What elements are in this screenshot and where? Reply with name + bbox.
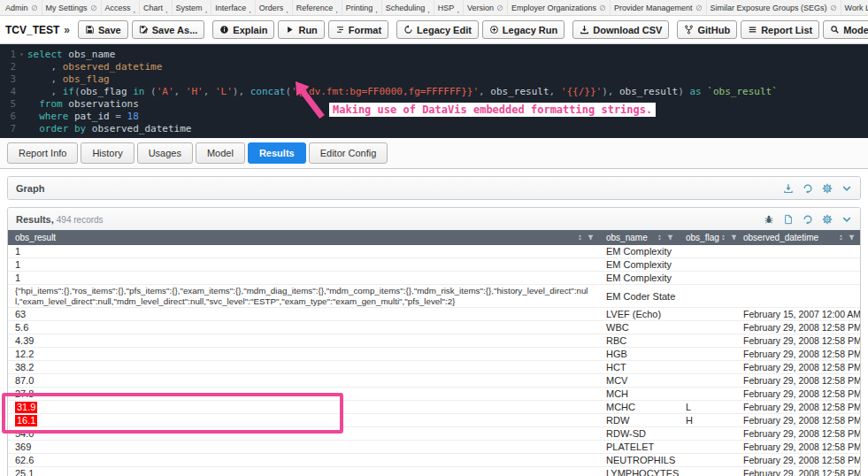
tab-usages[interactable]: Usages: [137, 142, 193, 164]
flagged-value: 16.1: [15, 415, 37, 426]
nav-item-label: HSP: [438, 4, 455, 12]
nav-item-my-settings[interactable]: My Settings: [42, 0, 102, 15]
save-button[interactable]: Save: [78, 20, 128, 39]
refresh-icon[interactable]: [803, 183, 813, 194]
tab-editor-config[interactable]: Editor Config: [309, 142, 388, 164]
table-row[interactable]: 1EM Complexity: [8, 245, 860, 258]
filter-icon[interactable]: [666, 234, 674, 242]
sort-icon[interactable]: [656, 234, 664, 242]
column-header-obs_flag[interactable]: obs_flag: [679, 230, 736, 245]
nav-item-similar-exposure-groups-segs[interactable]: Similar Exposure Groups (SEGs): [707, 0, 841, 15]
table-row[interactable]: 12.2HGBFebruary 29, 2008 12:58 PM: [8, 348, 860, 361]
table-row[interactable]: 5.6WBCFebruary 29, 2008 12:58 PM: [8, 321, 860, 334]
cell-obs-flag: [679, 285, 736, 307]
comma-mark: ,: [457, 7, 459, 15]
code-text: order by observed_datetime: [27, 123, 191, 135]
cell-obs-name: LYMPHOCYTES: [599, 467, 679, 476]
button-label: Format: [349, 25, 381, 35]
table-row[interactable]: 1EM Complexity: [8, 258, 860, 272]
nav-item-system[interactable]: System,: [173, 0, 212, 15]
results-panel-header[interactable]: Results,494 records: [8, 208, 860, 230]
code-text: where pat_id = 18: [27, 111, 139, 123]
graph-panel-header[interactable]: Graph: [8, 177, 860, 199]
download-icon: [580, 25, 589, 35]
column-header-obs_result[interactable]: obs_result: [8, 230, 599, 245]
nav-item-hsp[interactable]: HSP,: [434, 0, 464, 15]
model-button[interactable]: Model: [823, 20, 868, 39]
table-row[interactable]: {"hpi_items":{},"ros_items":{},"pfs_item…: [8, 285, 860, 308]
nav-item-admin[interactable]: Admin: [2, 0, 42, 15]
chevron-down-icon[interactable]: [841, 214, 852, 225]
download-csv-button[interactable]: Download CSV: [572, 20, 669, 39]
report-chevron[interactable]: »: [64, 24, 70, 36]
cell-obs-result: 5.6: [8, 321, 599, 334]
nav-item-employer-organizations[interactable]: Employer Organizations: [508, 0, 611, 15]
cell-obs-result: 87.0: [8, 374, 599, 387]
cell-obs-result: 31.9: [8, 401, 599, 413]
column-header-observed_datetime[interactable]: observed_datetime: [736, 230, 860, 245]
table-row[interactable]: 16.1RDWHFebruary 29, 2008 12:58 PM: [8, 414, 860, 427]
nav-item-scheduling[interactable]: Scheduling,: [382, 0, 434, 15]
nav-item-chart[interactable]: Chart,: [140, 0, 173, 15]
cell-obs-name: EM Coder State: [599, 285, 679, 307]
sort-icon[interactable]: [837, 234, 845, 242]
document-icon[interactable]: [783, 214, 794, 225]
filter-icon[interactable]: [730, 234, 736, 242]
table-row[interactable]: 27.8MCHFebruary 29, 2008 12:58 PM: [8, 388, 860, 401]
nav-item-provider-management[interactable]: Provider Management: [611, 0, 707, 15]
report-list-button[interactable]: Report List: [741, 20, 819, 39]
fold-caret-icon[interactable]: ▾: [16, 49, 27, 61]
cell-obs-flag: [679, 427, 736, 440]
gear-icon[interactable]: [822, 214, 833, 225]
nav-item-version[interactable]: Version: [464, 0, 508, 15]
blocked-circle-icon: [599, 4, 606, 12]
sort-icon[interactable]: [719, 234, 727, 242]
nav-item-work-locations[interactable]: Work Locations: [841, 0, 868, 15]
code-text: select obs_name: [27, 49, 115, 61]
table-row[interactable]: 1EM Complexity: [8, 272, 860, 285]
bug-icon[interactable]: [764, 214, 774, 225]
nav-item-reference[interactable]: Reference,: [293, 0, 342, 15]
filter-icon[interactable]: [587, 234, 595, 242]
legacy-edit-button[interactable]: Legacy Edit: [396, 20, 479, 39]
table-row[interactable]: 38.2HCTFebruary 29, 2008 12:58 PM: [8, 361, 860, 374]
download-icon[interactable]: [783, 183, 794, 194]
save-as-button[interactable]: Save As...: [132, 20, 205, 39]
run-button[interactable]: Run: [278, 20, 324, 39]
table-row[interactable]: 62.6NEUTROPHILSFebruary 29, 2008 12:58 P…: [8, 454, 860, 467]
table-row[interactable]: 25.1LYMPHOCYTESFebruary 29, 2008 12:58 P…: [8, 467, 860, 476]
table-row[interactable]: 87.0MCVFebruary 29, 2008 12:58 PM: [8, 374, 860, 388]
fold-gutter: [16, 111, 27, 123]
legacy-run-button[interactable]: Legacy Run: [482, 20, 565, 39]
github-button[interactable]: GitHub: [677, 20, 737, 39]
tab-report-info[interactable]: Report Info: [7, 142, 78, 164]
format-button[interactable]: Format: [328, 20, 388, 39]
nav-item-orders[interactable]: Orders,: [256, 0, 293, 15]
nav-item-access[interactable]: Access,: [102, 0, 141, 15]
tabs-bar: Report InfoHistoryUsagesModelResultsEdit…: [0, 138, 868, 169]
gear-icon[interactable]: [822, 183, 833, 194]
fold-gutter: [16, 123, 27, 135]
table-row[interactable]: 31.9MCHCLFebruary 29, 2008 12:58 PM: [8, 401, 860, 414]
table-row[interactable]: 63LVEF (Echo)February 15, 2007 12:00 AM: [8, 308, 860, 321]
sort-icon[interactable]: [576, 234, 584, 242]
nav-item-printing[interactable]: Printing,: [342, 0, 382, 15]
code-text: , obs_flag: [27, 73, 110, 86]
cell-obs-result: {"hpi_items":{},"ros_items":{},"pfs_item…: [8, 285, 599, 307]
table-row[interactable]: 4.39RBCFebruary 29, 2008 12:58 PM: [8, 334, 860, 348]
nav-item-label: Access: [105, 4, 131, 12]
chevron-down-icon[interactable]: [841, 183, 852, 194]
nav-item-interface[interactable]: Interface,: [211, 0, 256, 15]
filter-icon[interactable]: [848, 234, 856, 242]
column-header-obs_name[interactable]: obs_name: [599, 230, 679, 245]
cell-obs-result: 54.0: [8, 427, 599, 440]
refresh-icon[interactable]: [803, 214, 813, 225]
tab-results[interactable]: Results: [248, 142, 306, 164]
sql-editor[interactable]: 1▾select obs_name2 , observed_datetime3 …: [0, 44, 868, 138]
tab-history[interactable]: History: [81, 142, 134, 164]
table-row[interactable]: 54.0RDW-SDFebruary 29, 2008 12:58 PM: [8, 427, 860, 441]
blocked-circle-icon: [496, 4, 503, 12]
explain-button[interactable]: Explain: [212, 20, 274, 39]
table-row[interactable]: 369PLATELETFebruary 29, 2008 12:58 PM: [8, 441, 860, 454]
tab-model[interactable]: Model: [196, 142, 245, 164]
